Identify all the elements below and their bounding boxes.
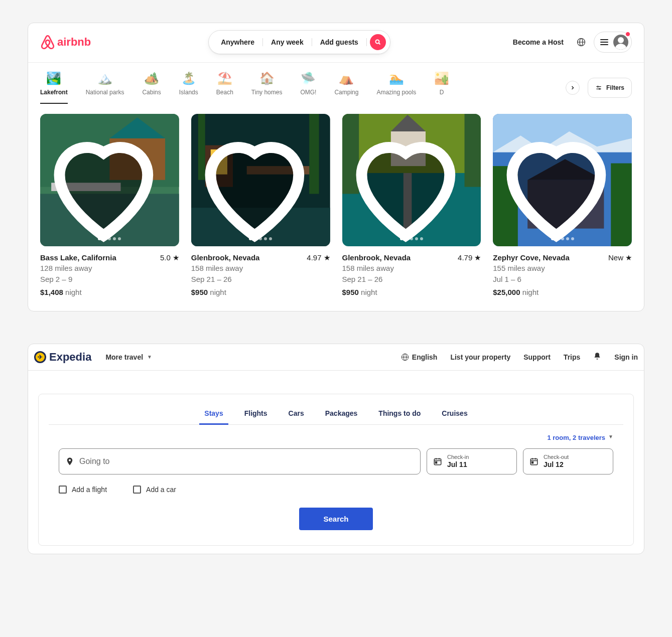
airbnb-screenshot: airbnb Anywhere Any week Add guests Beco… xyxy=(28,23,644,311)
category-icon: 🏔️ xyxy=(97,72,112,85)
listing-rating: 5.0 ★ xyxy=(160,252,179,263)
search-submit-button[interactable]: Search xyxy=(299,508,372,530)
svg-point-0 xyxy=(375,40,379,44)
category-lakefront[interactable]: 🏞️Lakefront xyxy=(40,72,68,104)
category-icon: 🏞️ xyxy=(46,72,61,85)
tab-things-to-do[interactable]: Things to do xyxy=(376,405,423,424)
expedia-screenshot: Expedia More travel ▼ English List your … xyxy=(28,344,644,554)
tab-cruises[interactable]: Cruises xyxy=(440,405,469,424)
checkbox-icon xyxy=(133,486,141,494)
listings-grid: Bass Lake, California5.0 ★128 miles away… xyxy=(28,104,644,311)
listing-card[interactable]: Bass Lake, California5.0 ★128 miles away… xyxy=(40,114,179,298)
listing-image xyxy=(191,114,330,246)
listing-location: Zephyr Cove, Nevada xyxy=(493,252,570,263)
tab-flights[interactable]: Flights xyxy=(242,405,270,424)
listing-card[interactable]: Glenbrook, Nevada4.79 ★158 miles awaySep… xyxy=(342,114,481,298)
search-who[interactable]: Add guests xyxy=(312,38,367,46)
profile-menu[interactable] xyxy=(594,32,632,53)
globe-icon[interactable] xyxy=(577,38,586,47)
notification-dot xyxy=(625,32,630,37)
listing-card[interactable]: Glenbrook, Nevada4.97 ★158 miles awaySep… xyxy=(191,114,330,298)
category-omg![interactable]: 🛸OMG! xyxy=(300,72,316,104)
airbnb-logo[interactable]: airbnb xyxy=(40,34,91,50)
wishlist-heart-icon[interactable] xyxy=(493,120,626,246)
list-property-link[interactable]: List your property xyxy=(450,353,510,361)
language-selector[interactable]: English xyxy=(401,353,438,361)
svg-rect-43 xyxy=(436,461,437,463)
category-cabins[interactable]: 🏕️Cabins xyxy=(142,72,161,104)
add-car-checkbox[interactable]: Add a car xyxy=(133,486,176,494)
notifications-bell-icon[interactable] xyxy=(593,352,601,362)
listing-card[interactable]: Zephyr Cove, NevadaNew ★155 miles awayJu… xyxy=(493,114,632,298)
expedia-logo[interactable]: Expedia xyxy=(34,351,91,364)
listing-distance: 158 miles away xyxy=(191,263,330,274)
search-when[interactable]: Any week xyxy=(263,38,312,46)
listing-dates: Jul 1 – 6 xyxy=(493,274,632,285)
tab-packages[interactable]: Packages xyxy=(323,405,360,424)
svg-line-1 xyxy=(378,43,380,45)
avatar-icon xyxy=(613,35,628,50)
category-row: 🏞️Lakefront🏔️National parks🏕️Cabins🏝️Isl… xyxy=(28,63,644,104)
chevron-right-icon xyxy=(570,85,576,91)
carousel-dots xyxy=(191,237,330,240)
add-flight-checkbox[interactable]: Add a flight xyxy=(59,486,107,494)
svg-point-6 xyxy=(597,86,598,87)
listing-image xyxy=(493,114,632,246)
category-icon: 🛸 xyxy=(301,72,316,85)
category-camping[interactable]: ⛺Camping xyxy=(334,72,358,104)
listing-image xyxy=(342,114,481,246)
category-d[interactable]: 🏜️D xyxy=(434,72,449,104)
search-panel: StaysFlightsCarsPackagesThings to doCrui… xyxy=(38,394,634,546)
category-tiny-homes[interactable]: 🏠Tiny homes xyxy=(251,72,283,104)
listing-location: Glenbrook, Nevada xyxy=(191,252,260,263)
svg-point-8 xyxy=(599,88,600,89)
support-link[interactable]: Support xyxy=(523,353,551,361)
listing-rating: New ★ xyxy=(608,252,632,263)
listing-location: Glenbrook, Nevada xyxy=(342,252,411,263)
expedia-logo-icon xyxy=(34,351,46,363)
listing-dates: Sep 21 – 26 xyxy=(191,274,330,285)
globe-icon xyxy=(401,353,409,361)
listing-price: $25,000 night xyxy=(493,287,632,298)
become-host-link[interactable]: Become a Host xyxy=(508,33,569,51)
listing-distance: 155 miles away xyxy=(493,263,632,274)
search-pill[interactable]: Anywhere Any week Add guests xyxy=(208,30,390,54)
filters-button[interactable]: Filters xyxy=(588,78,632,98)
more-travel-dropdown[interactable]: More travel ▼ xyxy=(105,353,152,361)
travelers-selector[interactable]: 1 room, 2 travelers ▼ xyxy=(59,434,613,441)
category-icon: 🏜️ xyxy=(434,72,449,85)
category-beach[interactable]: ⛱️Beach xyxy=(216,72,233,104)
category-islands[interactable]: 🏝️Islands xyxy=(179,72,198,104)
category-next-button[interactable] xyxy=(566,81,580,95)
signin-link[interactable]: Sign in xyxy=(614,353,638,361)
chevron-down-icon: ▼ xyxy=(147,354,152,360)
category-icon: 🏕️ xyxy=(144,72,159,85)
checkout-input[interactable]: Check-out Jul 12 xyxy=(523,448,613,474)
category-amazing-pools[interactable]: 🏊Amazing pools xyxy=(376,72,416,104)
calendar-icon xyxy=(433,457,442,466)
listing-price: $950 night xyxy=(342,287,481,298)
calendar-icon xyxy=(529,457,539,466)
destination-input[interactable]: Going to xyxy=(59,448,421,474)
wishlist-heart-icon[interactable] xyxy=(40,120,173,246)
checkin-input[interactable]: Check-in Jul 11 xyxy=(427,448,517,474)
wishlist-heart-icon[interactable] xyxy=(342,120,475,246)
bell-icon xyxy=(593,352,601,360)
listing-distance: 158 miles away xyxy=(342,263,481,274)
svg-rect-48 xyxy=(532,461,533,463)
listing-rating: 4.97 ★ xyxy=(307,252,330,263)
category-national-parks[interactable]: 🏔️National parks xyxy=(86,72,124,104)
listing-price: $1,408 night xyxy=(40,287,179,298)
carousel-dots xyxy=(40,237,179,240)
trips-link[interactable]: Trips xyxy=(564,353,580,361)
tab-stays[interactable]: Stays xyxy=(202,405,225,424)
category-icon: 🏠 xyxy=(259,72,275,85)
listing-dates: Sep 2 – 9 xyxy=(40,274,179,285)
tab-cars[interactable]: Cars xyxy=(287,405,306,424)
listing-distance: 128 miles away xyxy=(40,263,179,274)
wishlist-heart-icon[interactable] xyxy=(191,120,324,246)
search-where[interactable]: Anywhere xyxy=(213,38,263,46)
filters-label: Filters xyxy=(606,84,624,91)
expedia-logo-text: Expedia xyxy=(49,351,91,364)
search-button[interactable] xyxy=(370,34,386,50)
